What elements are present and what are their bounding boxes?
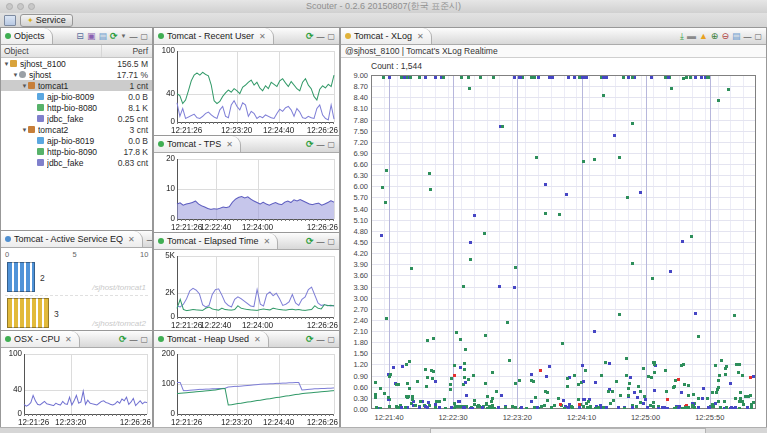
active-service-bar[interactable] — [7, 262, 35, 292]
active-service-chart: 05102/sjhost/tomcat13/sjhost/tomcat2 — [1, 248, 152, 330]
tree-node-perf: 17.8 K — [98, 147, 152, 157]
window-zoom-button[interactable] — [28, 3, 35, 10]
xlog-y-tick-label: 3.30 — [344, 283, 368, 292]
maximize-icon[interactable]: ▢ — [327, 140, 335, 149]
refresh-icon[interactable]: ⟳ — [306, 140, 314, 149]
tree-row[interactable]: http-bio-80808.1 K — [1, 102, 152, 113]
host-folder-icon — [10, 60, 17, 67]
export-icon[interactable]: ⤓ — [680, 32, 684, 41]
window-minimize-button[interactable] — [17, 3, 24, 10]
tree-expander-icon[interactable]: ▼ — [3, 61, 10, 67]
close-icon[interactable]: ✕ — [259, 32, 266, 41]
tree-expander-icon[interactable]: ▼ — [21, 127, 28, 133]
view-menu-icon[interactable]: ▼ — [120, 32, 126, 41]
xlog-y-tick-label: 2.10 — [344, 327, 368, 336]
tab-osx-cpu[interactable]: OSX - CPU ✕ — [1, 331, 80, 347]
tomcat-icon — [28, 82, 35, 89]
tab-tps[interactable]: Tomcat - TPS ✕ — [154, 136, 241, 152]
minimize-icon[interactable]: — — [743, 32, 751, 41]
warning-icon[interactable]: ▲ — [699, 32, 708, 41]
asq-divider — [5, 295, 148, 296]
minimize-icon[interactable]: — — [316, 140, 324, 149]
tree-row[interactable]: jdbc_fake0.25 cnt — [1, 113, 152, 124]
tab-elapsed-time[interactable]: Tomcat - Elapsed Time ✕ — [154, 233, 278, 249]
maximize-icon[interactable]: ▢ — [140, 335, 148, 344]
active-service-bar[interactable] — [7, 298, 49, 328]
close-icon[interactable]: ✕ — [226, 140, 233, 149]
refresh-icon[interactable]: ⟳ — [306, 335, 314, 344]
cpu-view-icon — [5, 336, 11, 342]
refresh-icon[interactable]: ⟳ — [110, 32, 118, 41]
tree-expander-icon[interactable]: ▼ — [21, 83, 28, 89]
tree-row[interactable]: ajp-bio-80090.0 B — [1, 91, 152, 102]
maximize-icon[interactable]: ▢ — [327, 335, 335, 344]
tab-recent-user[interactable]: Tomcat - Recent User ✕ — [154, 28, 274, 44]
pause-icon[interactable]: ▬ — [687, 32, 696, 41]
tree-expander-icon[interactable]: ▼ — [12, 72, 19, 78]
xlog-x-tick-label: 12:21:40 — [374, 413, 403, 422]
close-icon[interactable]: ✕ — [254, 335, 261, 344]
perspective-service-button[interactable]: ✦Service — [20, 14, 73, 27]
xlog-view: Tomcat - XLog ✕ ⤓ ▬ ▲ ⊕ ⊖ ▤ — ▢ @sjhost_… — [340, 27, 767, 427]
minimize-icon[interactable]: — — [147, 235, 152, 244]
xlog-y-tick-label: 1.50 — [344, 349, 368, 358]
minimize-icon[interactable]: — — [129, 32, 137, 41]
tree-row[interactable]: jdbc_fake0.83 cnt — [1, 157, 152, 168]
close-icon[interactable]: ✕ — [264, 237, 271, 246]
file-icon[interactable]: ▤ — [98, 32, 107, 41]
tree-row[interactable]: http-bio-809017.8 K — [1, 146, 152, 157]
refresh-icon[interactable]: ⟳ — [119, 335, 127, 344]
zoom-in-icon[interactable]: ⊕ — [711, 32, 719, 41]
perspective-icon[interactable] — [4, 15, 16, 26]
asq-axis-tick: 10 — [140, 250, 148, 259]
note-icon[interactable]: ▤ — [732, 32, 741, 41]
tab-objects[interactable]: Objects — [1, 28, 53, 44]
objects-view-icon — [5, 33, 11, 39]
tab-xlog[interactable]: Tomcat - XLog ✕ — [341, 28, 432, 44]
maximize-icon[interactable]: ▢ — [140, 32, 148, 41]
objects-tab-label: Objects — [14, 31, 45, 41]
xlog-y-tick-label: 7.20 — [344, 138, 368, 147]
close-icon[interactable]: ✕ — [128, 235, 135, 244]
refresh-icon[interactable]: ⟳ — [306, 32, 314, 41]
zoom-out-icon[interactable]: ⊖ — [721, 32, 729, 41]
refresh-icon[interactable]: ⟳ — [306, 237, 314, 246]
maximize-icon[interactable]: ▢ — [327, 237, 335, 246]
xlog-y-tick-label: 0.00 — [344, 405, 368, 414]
minimize-icon[interactable]: — — [316, 335, 324, 344]
tree-node-perf: 0.25 cnt — [98, 114, 152, 124]
objects-column-header[interactable]: Object Perf — [1, 45, 152, 58]
xlog-x-tick-label: 12:25:00 — [631, 413, 660, 422]
minimize-icon[interactable]: — — [129, 335, 137, 344]
close-icon[interactable]: ✕ — [65, 335, 72, 344]
tree-node-label: ajp-bio-8019 — [47, 136, 98, 146]
column-perf[interactable]: Perf — [101, 45, 152, 57]
tree-row[interactable]: ▼tomcat11 cnt — [1, 80, 152, 91]
tree-row[interactable]: ajp-bio-80190.0 B — [1, 135, 152, 146]
monitor-icon[interactable]: ▣ — [87, 32, 96, 41]
close-icon[interactable]: ✕ — [417, 32, 424, 41]
maximize-icon[interactable]: ▢ — [327, 32, 335, 41]
collapse-all-icon[interactable]: ⊟ — [76, 32, 84, 41]
xlog-y-tick-label: 8.10 — [344, 104, 368, 113]
tab-active-service-eq[interactable]: Tomcat - Active Service EQ ✕ — [1, 231, 143, 247]
minimize-icon[interactable]: — — [316, 237, 324, 246]
objects-view: Objects ⊟ ▣ ▤ ⟳ ▼ — ▢ Object Perf ▼sjhos… — [0, 27, 153, 230]
xlog-y-tick-label: 0.30 — [344, 394, 368, 403]
elapsed-time-chart-canvas — [154, 250, 339, 330]
column-object[interactable]: Object — [1, 45, 101, 57]
tree-row[interactable]: ▼tomcat23 cnt — [1, 124, 152, 135]
window-close-button[interactable] — [6, 3, 13, 10]
scrollbar-thumb[interactable] — [430, 428, 706, 433]
horizontal-scrollbar[interactable] — [0, 427, 767, 433]
tab-heap-used[interactable]: Tomcat - Heap Used ✕ — [154, 331, 269, 347]
minimize-icon[interactable]: — — [316, 32, 324, 41]
maximize-icon[interactable]: ▢ — [754, 32, 762, 41]
window-title: Scouter - 0.2.6 20150807(한국 표준시) — [0, 0, 767, 13]
xlog-scatter-plot[interactable] — [371, 75, 756, 409]
recent-user-tab-label: Tomcat - Recent User — [167, 31, 254, 41]
tree-row[interactable]: ▼sjhost17.71 % — [1, 69, 152, 80]
tree-row[interactable]: ▼sjhost_8100156.5 M — [1, 58, 152, 69]
heap-used-view: Tomcat - Heap Used ✕ ⟳ — ▢ — [153, 330, 340, 427]
cpu-tab-label: OSX - CPU — [14, 334, 60, 344]
